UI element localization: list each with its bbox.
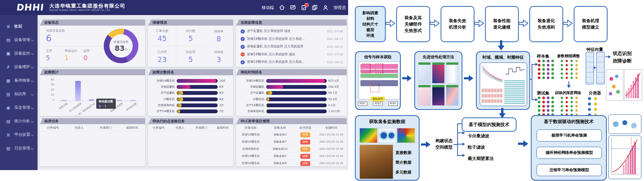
type-cell: 故障 [295, 161, 316, 166]
repair-cell: 已关闭 23 [148, 46, 176, 67]
sample-labels: 样本1样本2样本n [358, 102, 398, 106]
rank-value: 4次 [218, 97, 230, 101]
table-row[interactable]: 首钢5#翻车机 策略名称3 预警 2021-03-29 15:39 [236, 131, 347, 138]
y-axis-ticks: 403020100 [47, 78, 54, 101]
box-title: 先进信号处理方法 [415, 55, 462, 60]
classifier-diagram [586, 96, 599, 117]
degradation-curves [482, 64, 503, 83]
fault-info-row[interactable]: 首钢5#翻车机 压力系统故障 压力系统... 2021-08-13 [241, 35, 343, 43]
repair-cell: 待分配 5 [176, 26, 205, 46]
table-row[interactable]: 首钢5#翻车机 策略名称7 故障 2021-03-29 15:39 [236, 138, 347, 146]
sidebar-item-icon: ▣ [6, 51, 11, 56]
fault-text: 首钢5#翻车机 压力系统故障 压力系统... [247, 37, 305, 41]
rank-value: 2次 [218, 110, 230, 113]
feature-vector-column [586, 52, 594, 84]
sidebar-collapse[interactable]: ≡ 收起 [0, 20, 38, 33]
documents-icon[interactable] [312, 5, 318, 11]
chevron-down-icon [31, 79, 34, 82]
model-methods: 卡尔曼滤波粒子滤波最大期望算法 [468, 130, 494, 164]
bar [75, 81, 81, 101]
fault-date: 2021-08-12 [326, 45, 343, 49]
box-title: 基于数据驱动的预测技术 [532, 119, 606, 125]
column-header: 处理类型 [295, 126, 316, 130]
clipboard-icon[interactable] [301, 5, 307, 11]
rank-row: 首钢起重机 266.6天 [239, 84, 343, 90]
sidebar-item-label: 设备监控 [14, 51, 30, 56]
type-cell: 故障 [295, 154, 316, 159]
model-based-box: 基于模型的预测技术 [462, 117, 517, 132]
device-cell: 首钢堆取料机 [236, 147, 265, 151]
data-type-list: 直接数据简介数据多元数据 [395, 148, 411, 177]
sample-label: 样本2 [373, 102, 382, 106]
maintenance-table-header: 任务编号负责人所属部门超期时间 [40, 124, 145, 131]
table-row[interactable]: 首钢5#翻车机 策略名称2 故障 2021-03-29 15:39 [236, 153, 347, 160]
panel-fault-rank: 故障次数排名 首钢5#翻车机 24次 首钢起重机 [148, 69, 233, 116]
method-label: 最大期望算法 [468, 153, 494, 164]
chevron-down-icon [31, 52, 34, 55]
sample-label: 样本n [388, 102, 398, 106]
arrow-right-icon [608, 55, 612, 58]
signal-processing-box: 先进信号处理方法 [414, 51, 462, 110]
fault-text: 首钢5#翻车机 压力系统故障 压力系统... [247, 60, 305, 64]
fault-info-row[interactable]: 首钢5#翻车机 压力系统故障 描述 2021-07-08 [241, 51, 343, 59]
rank-row: LY翻车机 50.6天 [239, 96, 343, 102]
sidebar-item[interactable]: ≣ 平台设置 [0, 128, 38, 141]
bar-slot: 线路问题 [98, 78, 112, 101]
fault-status-icon [241, 45, 245, 49]
classifier-label: 分类器 [589, 90, 601, 96]
home-icon[interactable] [279, 5, 285, 11]
sidebar-item[interactable]: ▦ 备件物管 [0, 74, 38, 87]
arrow-down-icon [567, 85, 571, 90]
status-badge: 故障 [300, 154, 310, 159]
bar-label: 电机过载 [59, 102, 68, 110]
time-cell: 2021-03-29 15:39 [316, 155, 347, 158]
repair-cell: 待处理 5 [176, 46, 205, 67]
rank-row: 济宁起重机 4次 [152, 90, 230, 96]
fault-text: 首钢起重机 压力系统故障 压力系统故障 [247, 44, 303, 49]
trend-chart-icon[interactable] [290, 5, 296, 11]
rank-value: 24次 [218, 79, 230, 83]
fault-info-row[interactable]: 济宁起重机 压力系统故障 描述 2021-07-08 [241, 27, 343, 35]
rank-value: 0.1天 [327, 103, 343, 107]
notification-badge [305, 3, 309, 7]
arrow-right-icon [420, 140, 431, 149]
fault-info-row[interactable]: 首钢起重机 压力系统故障 压力系统故障 2021-08-12 [241, 43, 343, 51]
feature-box: 时域、频域、时频特征 [476, 51, 530, 110]
repair-cell: 待接单 8 [205, 26, 233, 46]
mobile-link[interactable]: 移动端 [262, 5, 274, 11]
sidebar-item[interactable]: ▤ 设备管理 [0, 33, 38, 47]
result-fault-diagnosis: 故障诊断 [613, 58, 632, 64]
sidebar-item-icon: ▨ [6, 119, 11, 124]
sidebar-item[interactable]: ◉ 安全管理 [0, 101, 38, 114]
policy-cell: 策略名称3 [265, 133, 295, 137]
fault-status-icon [241, 60, 245, 64]
rank-row: 济宁起重机 99.1天 [239, 90, 343, 96]
rank-label: 济宁起重机 [239, 91, 266, 95]
arrow-right-icon [385, 19, 395, 28]
rank-value: 99.1天 [327, 91, 343, 95]
sample-set-grid [537, 59, 555, 80]
sidebar-item[interactable]: ▥ 知识库 [0, 87, 38, 101]
sidebar-item[interactable]: ▨ 统计分析 [0, 114, 38, 128]
machinery-photo [359, 144, 393, 179]
fault-info-row[interactable]: 首钢5#翻车机 压力系统故障 压力系统... 2021-08-12 [241, 58, 343, 66]
sidebar-item[interactable]: ✗ 设备维护 [0, 60, 38, 74]
sidebar-item[interactable]: ▧ 日志管理 [0, 141, 38, 155]
table-row[interactable]: 首钢堆取料机 策略名称10 预警 2021-03-29 15:39 [236, 146, 347, 153]
device-cell: 首钢5#翻车机 [236, 133, 265, 137]
box-title: 信号与样本获取 [356, 55, 400, 60]
chevron-down-icon [31, 147, 34, 150]
data-driven-box: 基于数据驱动的预测技术 极限学习机寿命预测 循环神经网络寿命预测模型 迁移学习寿… [531, 115, 607, 181]
admin-label[interactable]: 管理员 [333, 5, 346, 11]
type-cell: 预警 [295, 132, 316, 137]
data-type-label: 直接数据 [395, 148, 411, 157]
data-type-label: 多元数据 [395, 167, 411, 177]
user-avatar-icon[interactable] [323, 5, 329, 11]
arrow-right-icon [594, 66, 598, 69]
screenshot-root: DHHI 大连华锐重工集团股份有限公司 DALIAN HUARUI HEAVY … [0, 0, 644, 181]
sidebar-menu: ▤ 设备管理 ▣ 设备监控 ✗ 设备维护 [0, 33, 38, 155]
table-row[interactable]: 首钢5#翻车机 策略名称8 故障 2021-03-29 15:39 [236, 160, 347, 166]
status-badge: 故障 [300, 140, 310, 144]
bar [130, 100, 136, 101]
sidebar-item[interactable]: ▣ 设备监控 [0, 47, 38, 60]
